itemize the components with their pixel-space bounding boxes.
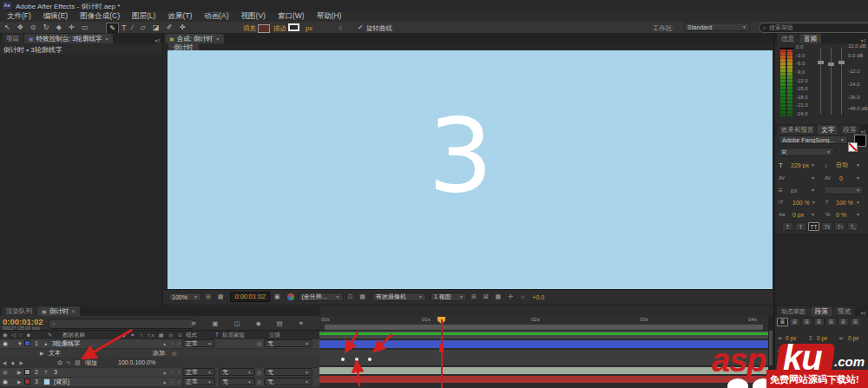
text-group-label[interactable]: 文本 — [49, 349, 61, 358]
stroke-swatch[interactable] — [288, 23, 299, 31]
viewer-misc-icons[interactable]: ⊞ ⊠ ▦ ✛ ☼ — [471, 293, 528, 300]
stroke-label[interactable]: 描边 — [273, 24, 286, 33]
tab-preview[interactable]: 预览 — [833, 306, 855, 316]
stroke-color-swatch[interactable] — [848, 142, 858, 152]
layer-bar-green[interactable] — [319, 332, 768, 335]
justify-last-center-button[interactable]: ≣ — [825, 318, 837, 326]
layer-switches-icons[interactable]: ▴ ○ ∕ — [163, 368, 181, 377]
trkmat-dropdown[interactable]: 无▼ — [219, 378, 255, 385]
text-group-row[interactable]: ▶ 文本 添加: ◎ — [0, 349, 319, 358]
expand-arrow-icon[interactable]: ▶ — [17, 378, 22, 386]
blend-mode-dropdown[interactable]: 正常▼ — [182, 378, 215, 385]
speaker-icon[interactable]: ◁ — [11, 332, 16, 339]
parent-dropdown[interactable]: 无▼ — [264, 339, 312, 347]
vertical-scale-field[interactable]: 100 %▼ — [789, 198, 819, 207]
font-size-field[interactable]: 229 px▼ — [787, 161, 819, 169]
layer-color-chip[interactable] — [24, 340, 30, 346]
label-icon[interactable]: ✎ — [48, 332, 52, 339]
magnification-dropdown[interactable]: 100%▼ — [168, 293, 201, 301]
audio-slider-knob-master[interactable] — [828, 62, 834, 66]
expand-arrow-icon[interactable]: ▶ — [40, 349, 44, 358]
graph-icon[interactable]: ∿ — [66, 358, 71, 367]
tab-paragraph-active[interactable]: 段落 — [811, 306, 832, 316]
blend-mode-dropdown[interactable]: 正常▼ — [182, 368, 215, 376]
all-caps-button[interactable]: TT — [808, 222, 819, 231]
layer-row-2[interactable]: ◉ ▶ 2 T 3 ▴ ○ ∕ 正常▼ 无▼ ◎ 无▼ — [0, 368, 319, 377]
channels-icon[interactable] — [287, 293, 294, 300]
proportional-spacing-field[interactable]: 0 %▼ — [832, 210, 864, 219]
layer-bar-selected[interactable] — [319, 340, 768, 348]
tab-composition[interactable]: ▣ 合成: 倒计时 ▼ — [165, 34, 224, 43]
layer-switches-icons[interactable]: ▴ ○ ∕ — [163, 339, 181, 348]
camera-dropdown[interactable]: 有效摄像机▼ — [372, 293, 426, 301]
timeline-search-input[interactable]: ⌕ — [48, 319, 195, 329]
tool-icons-group-b[interactable]: ∕ ▱ ◪ ✐ ✜ — [132, 23, 187, 31]
tab-render-queue[interactable]: 渲染队列 — [2, 306, 36, 316]
close-icon[interactable]: × — [71, 307, 75, 315]
align-right-button[interactable]: ≣ — [801, 318, 812, 326]
panel-menu-icon[interactable]: ▾≡ — [860, 128, 866, 135]
type-tool[interactable]: T — [122, 23, 127, 32]
parent-dropdown[interactable]: 无▼ — [264, 378, 312, 385]
animator-add-icon[interactable]: ◎ — [172, 349, 176, 358]
blend-mode-dropdown[interactable]: 正常▼ — [182, 339, 215, 347]
view-layout-dropdown[interactable]: 1 视图▼ — [431, 293, 467, 301]
layer-bar-sage[interactable] — [319, 367, 768, 374]
resolution-dropdown[interactable]: (全分辨...▼ — [299, 293, 344, 301]
faux-bold-button[interactable]: T — [782, 222, 793, 231]
eye-icon[interactable]: ◉ — [3, 332, 8, 339]
panel-menu-icon[interactable]: ▾≡ — [155, 37, 161, 43]
snapshot-icon[interactable]: ▣ — [274, 293, 283, 300]
work-area-bar[interactable] — [319, 324, 768, 331]
tracking-field[interactable]: 0▼ — [836, 174, 864, 182]
scale-property-row[interactable]: ◀ ◆ ▶ ⊙ ∿ ▨ 缩放 100.0,100.0% — [0, 358, 319, 367]
justify-all-button[interactable]: ≣ — [850, 318, 861, 326]
tool-icons-group-a[interactable]: ↖ ✥ ⊙ ↻ ◈ ✛ ▭ — [4, 23, 91, 31]
parent-pickwhip-icon[interactable]: ◎ — [257, 368, 261, 377]
trkmat-dropdown[interactable]: 无▼ — [219, 368, 255, 376]
layer-color-chip[interactable] — [24, 369, 30, 375]
audio-slider-knob-right[interactable] — [838, 61, 845, 64]
tab-effect-controls[interactable]: ▣ 特效控制台: 3轮廓线字 ▼ — [24, 34, 113, 43]
keyframe-dot[interactable] — [341, 358, 345, 361]
menu-view[interactable]: 视图(V) — [241, 11, 266, 22]
keyframe-dot[interactable] — [355, 358, 358, 361]
menu-animation[interactable]: 动画(A) — [204, 11, 228, 22]
layer-switches-icons[interactable]: ▴ ○ ∕ — [163, 378, 181, 386]
menu-composition[interactable]: 图像合成(C) — [80, 11, 120, 22]
rotobezier-label[interactable]: 旋转曲线 — [366, 24, 392, 33]
lock-icon[interactable]: ■ — [27, 332, 30, 338]
keyframe-dot[interactable] — [368, 358, 372, 361]
rotobezier-checkbox[interactable]: ✓ — [358, 23, 364, 31]
column-switches-icons[interactable]: ◆ ✶ ∖ fx ▦ ◎ ⊙ — [122, 332, 184, 338]
viewer-current-time[interactable]: 0:00:01:02 — [230, 292, 269, 302]
scale-property-value[interactable]: 100.0,100.0% — [118, 358, 155, 367]
graph-box-icon[interactable]: ▨ — [75, 358, 81, 367]
column-trkmat[interactable]: 轨道蒙版 — [222, 332, 245, 339]
stroke-style-dropdown[interactable]: ▼ — [824, 186, 864, 194]
panel-menu-icon[interactable]: ▾≡ — [860, 37, 866, 43]
tab-motion-sketch[interactable]: 动态草图 — [777, 306, 810, 316]
eye-icon[interactable]: ◉ — [3, 368, 8, 377]
roi-grid-icons[interactable]: ⊡ ▦ — [348, 293, 368, 300]
align-center-button[interactable]: ≣ — [789, 318, 800, 326]
parent-dropdown[interactable]: 无▼ — [264, 368, 312, 376]
parent-pickwhip-icon[interactable]: ◎ — [257, 339, 261, 348]
fill-swatch[interactable] — [258, 24, 270, 33]
tab-project[interactable]: 项目 — [2, 34, 23, 43]
small-caps-button[interactable]: Tt — [821, 222, 832, 231]
workspace-dropdown[interactable]: Standard▼ — [684, 23, 750, 31]
eye-icon[interactable]: ◉ — [3, 339, 8, 348]
menu-effect[interactable]: 效果(T) — [168, 11, 192, 22]
kerning-field[interactable]: ▼ — [789, 174, 819, 182]
faux-italic-button[interactable]: T — [795, 222, 806, 231]
horizontal-scale-field[interactable]: 100 %▼ — [832, 198, 864, 207]
indent-right-value[interactable]: 0 px — [848, 333, 858, 343]
menu-file[interactable]: 文件(F) — [7, 11, 31, 22]
superscript-button[interactable]: T¹ — [834, 222, 845, 231]
tab-info[interactable]: 信息 — [777, 34, 799, 43]
composition-viewport[interactable]: 3 — [168, 50, 773, 289]
layer-bar-red[interactable] — [319, 376, 768, 383]
layer-name[interactable]: 3 — [54, 368, 57, 377]
leading-field[interactable]: 自动▼ — [832, 161, 864, 169]
